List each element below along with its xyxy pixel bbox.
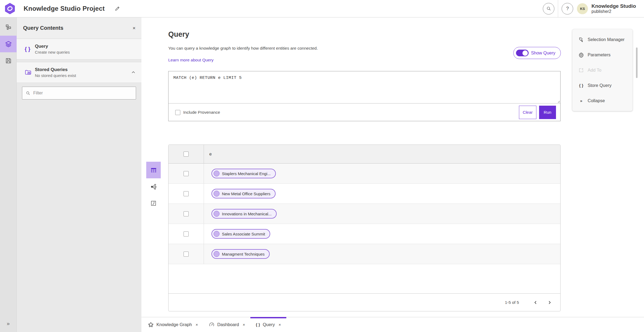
chevron-right-icon xyxy=(547,300,552,305)
tab-knowledge-graph[interactable]: Knowledge Graph × xyxy=(142,317,203,332)
layers-icon xyxy=(5,40,12,48)
query-description: You can query a knowledge graph to ident… xyxy=(168,46,318,51)
close-icon: × xyxy=(133,25,136,31)
query-contents-panel: Query Contents × { } Query Create new qu… xyxy=(17,17,141,332)
entity-pill[interactable]: New Metal Office Suppliers xyxy=(211,189,276,198)
panel-item-description: No stored queries exist xyxy=(35,73,76,78)
table-row[interactable]: Innovations in Mechanical... xyxy=(169,204,560,224)
row-checkbox[interactable] xyxy=(184,211,189,216)
filter-input[interactable] xyxy=(33,91,133,95)
results-view-switcher xyxy=(146,162,161,212)
row-checkbox[interactable] xyxy=(184,231,189,237)
panel-item-stored-queries[interactable]: Stored Queries No stored queries exist xyxy=(17,62,141,83)
entity-pill[interactable]: Innovations in Mechanical... xyxy=(211,209,277,219)
filter-search-icon xyxy=(25,91,31,96)
table-view-button[interactable] xyxy=(146,162,161,178)
toggle-switch xyxy=(516,50,529,56)
show-query-label: Show Query xyxy=(531,50,555,56)
collapse-panel-button[interactable]: » Collapse xyxy=(572,94,632,108)
entity-label: New Metal Office Suppliers xyxy=(222,191,270,196)
run-button[interactable]: Run xyxy=(539,106,556,119)
clear-button[interactable]: Clear xyxy=(519,106,536,119)
search-icon xyxy=(546,6,551,11)
entity-label: Staplers Mechanical Engi... xyxy=(222,171,271,176)
save-icon xyxy=(5,57,12,64)
header-actions: ? KS Knowledge Studio publisher2 xyxy=(543,0,636,17)
query-toolbar: Include Provenance Clear Run xyxy=(169,103,560,121)
table-row[interactable]: Managment Techniques xyxy=(169,244,560,264)
app-header: Knowledge Studio Project ? xyxy=(0,0,644,17)
query-text-input[interactable]: MATCH (e) RETURN e LIMIT 5 xyxy=(169,71,560,103)
avatar[interactable]: KS xyxy=(577,3,588,14)
table-footer: 1-5 of 5 xyxy=(169,293,560,311)
selection-manager-icon xyxy=(578,37,584,43)
query-text: MATCH (e) RETURN e LIMIT 5 xyxy=(173,75,242,80)
selection-manager-button[interactable]: Selection Manager xyxy=(572,33,632,47)
main-content: Query You can query a knowledge graph to… xyxy=(141,17,644,332)
panel-item-query[interactable]: { } Query Create new queries xyxy=(17,39,141,60)
view-tab-bar: Knowledge Graph × Dashboard × { } Query … xyxy=(141,317,644,332)
braces-icon: { } xyxy=(256,322,260,327)
chevron-up-icon[interactable] xyxy=(131,70,136,75)
header-divider xyxy=(558,0,558,17)
entity-label: Innovations in Mechanical... xyxy=(222,212,272,216)
entity-pill[interactable]: Sales Associate Summit xyxy=(211,229,270,239)
map-view-button[interactable] xyxy=(146,195,161,212)
table-row[interactable]: New Metal Office Suppliers xyxy=(169,184,560,204)
resize-grip[interactable] xyxy=(557,100,560,103)
entity-label: Managment Techniques xyxy=(222,252,265,256)
show-query-toggle[interactable]: Show Query xyxy=(513,47,561,59)
project-title: Knowledge Studio Project xyxy=(24,5,105,12)
knowledge-studio-app: Knowledge Studio Project ? xyxy=(0,0,644,332)
entity-dot-icon xyxy=(214,211,219,217)
table-row[interactable]: Sales Associate Summit xyxy=(169,224,560,244)
store-query-button[interactable]: { } Store Query xyxy=(572,79,632,93)
user-menu[interactable]: Knowledge Studio publisher2 xyxy=(591,3,636,14)
link-chart-icon xyxy=(150,183,157,190)
link-chart-view-button[interactable] xyxy=(146,178,161,195)
braces-icon: { } xyxy=(578,83,584,88)
entity-dot-icon xyxy=(214,191,219,197)
map-icon xyxy=(150,200,157,206)
gear-icon xyxy=(578,52,584,58)
column-header-e: e xyxy=(209,152,212,157)
table-row[interactable]: Staplers Mechanical Engi... xyxy=(169,164,560,184)
panel-title: Query Contents xyxy=(23,25,63,31)
dashboard-gauge-icon xyxy=(209,322,215,328)
stored-queries-folder-icon xyxy=(25,69,34,76)
filter-field xyxy=(22,87,136,99)
tab-query[interactable]: { } Query × xyxy=(250,317,286,332)
row-checkbox[interactable] xyxy=(184,171,189,176)
add-to-button[interactable]: Add To xyxy=(572,63,632,77)
rail-layers-button[interactable] xyxy=(0,36,17,52)
close-tab-icon[interactable]: × xyxy=(196,322,198,327)
previous-page-button[interactable] xyxy=(531,298,540,307)
tab-dashboard[interactable]: Dashboard × xyxy=(203,317,251,332)
panel-item-description: Create new queries xyxy=(35,50,70,54)
entity-pill[interactable]: Managment Techniques xyxy=(211,249,270,259)
search-button[interactable] xyxy=(543,3,554,14)
results-table: e Staplers Mechanical Engi... New xyxy=(168,145,561,311)
query-editor-container: MATCH (e) RETURN e LIMIT 5 Include Prove… xyxy=(168,71,561,121)
data-model-icon xyxy=(5,24,12,31)
question-mark-icon: ? xyxy=(566,6,569,12)
entity-pill[interactable]: Staplers Mechanical Engi... xyxy=(211,169,276,178)
knowledge-graph-icon xyxy=(148,322,154,328)
rail-save-button[interactable] xyxy=(0,52,17,69)
include-provenance-checkbox[interactable] xyxy=(175,110,180,115)
row-checkbox[interactable] xyxy=(184,252,189,257)
row-checkbox[interactable] xyxy=(184,191,189,196)
parameters-button[interactable]: Parameters xyxy=(572,48,632,62)
close-tab-icon[interactable]: × xyxy=(243,322,245,327)
close-panel-button[interactable]: × xyxy=(133,25,136,31)
help-button[interactable]: ? xyxy=(562,3,573,14)
entity-dot-icon xyxy=(214,171,219,176)
close-tab-icon[interactable]: × xyxy=(279,322,281,327)
next-page-button[interactable] xyxy=(545,298,554,307)
learn-more-link[interactable]: Learn more about Query xyxy=(168,58,214,62)
rail-data-model-button[interactable] xyxy=(0,19,17,36)
edit-title-button[interactable] xyxy=(114,6,120,12)
vertical-scrollbar[interactable] xyxy=(636,47,638,78)
select-all-checkbox[interactable] xyxy=(184,152,189,157)
expand-rail-button[interactable]: » xyxy=(0,318,16,329)
